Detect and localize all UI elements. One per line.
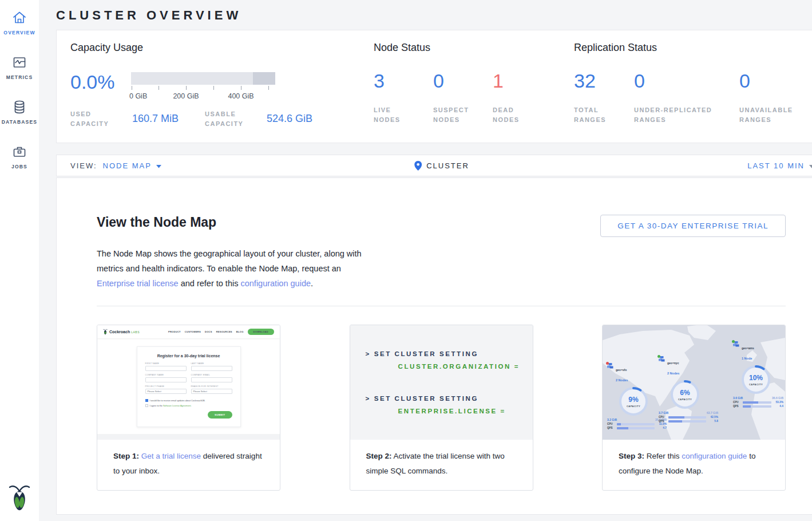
chevron-down-icon: [156, 161, 161, 170]
step3-card: geo=sfo2 Nodes 9%CAPACITY 3.2 GiB35.1 Gi…: [602, 325, 786, 491]
dead-nodes-label: DEAD NODES: [493, 105, 538, 125]
mini-field-label: PROJECT PHASE: [145, 385, 187, 388]
cluster-label: CLUSTER: [426, 161, 469, 170]
status-dot-red: [606, 362, 609, 365]
mini-form-title: Register for a 30-day trial license: [145, 354, 232, 358]
node-map-heading: View the Node Map: [97, 215, 216, 230]
step2-label: Step 2:: [366, 452, 392, 460]
under-replicated-ranges-stat: 0 UNDER-REPLICATED RANGES: [634, 71, 726, 125]
replication-status-section: Replication Status 32 TOTAL RANGES 0 UND…: [574, 42, 812, 131]
used-capacity-value: 160.7 MiB: [132, 113, 179, 125]
mini-download-button: DOWNLOAD: [248, 329, 274, 335]
locality-node-count: 1 Node: [742, 357, 752, 360]
enterprise-trial-button[interactable]: GET A 30-DAY ENTERPRISE TRIAL: [600, 215, 786, 237]
main-content: CLUSTER OVERVIEW Capacity Usage 0.0% 0 G…: [39, 0, 812, 521]
mini-nav-item: DOCS: [205, 330, 212, 333]
under-replicated-ranges-value: 0: [634, 71, 726, 90]
step3-label: Step 3:: [619, 452, 644, 460]
step2-card: > SET CLUSTER SETTING CLUSTER.ORGANIZATI…: [350, 325, 533, 491]
dead-nodes-value: 1: [493, 71, 538, 90]
sidebar: OVERVIEW METRICS DATABASES JOBS: [0, 0, 39, 521]
locality-name: geo=ams: [742, 346, 754, 350]
step3-text: Refer this: [644, 452, 682, 460]
suspect-nodes-label: SUSPECT NODES: [433, 105, 479, 125]
trial-signup-screenshot: Cockroach LABS PRODUCT CUSTOMERS DOCS RE…: [97, 325, 280, 440]
tick-label-400: 400 GiB: [228, 92, 253, 100]
status-dot-green: [732, 340, 735, 343]
page-title: CLUSTER OVERVIEW: [56, 8, 812, 23]
mini-nav-item: PRODUCT: [168, 330, 181, 333]
configuration-guide-link[interactable]: configuration guide: [240, 279, 311, 288]
home-icon: [11, 9, 27, 26]
tick-label-0: 0 GiB: [129, 92, 147, 100]
total-ranges-label: TOTAL RANGES: [574, 105, 620, 125]
cluster-summary-panel: Capacity Usage 0.0% 0 GiB 200 GiB 400 Gi…: [56, 30, 812, 143]
sidebar-item-label: OVERVIEW: [3, 30, 35, 35]
description-text: The Node Map shows the geographical layo…: [97, 249, 362, 273]
sidebar-item-jobs[interactable]: JOBS: [0, 134, 39, 169]
unavailable-ranges-label: UNAVAILABLE RANGES: [739, 105, 799, 125]
live-nodes-stat: 3 LIVE NODES: [374, 71, 419, 125]
locality-node-count: 2 Nodes: [616, 378, 628, 382]
node-map-panel: View the Node Map GET A 30-DAY ENTERPRIS…: [56, 177, 812, 515]
tick-label-200: 200 GiB: [173, 92, 199, 100]
sidebar-item-label: METRICS: [6, 74, 33, 80]
capacity-percent: 0.0%: [70, 72, 131, 100]
locality-name: geo=sfo: [616, 368, 627, 372]
status-dot-green: [657, 355, 660, 358]
node-map-description: The Node Map shows the geographical layo…: [97, 246, 371, 291]
sidebar-item-label: JOBS: [11, 164, 27, 169]
capacity-usage-title: Capacity Usage: [70, 42, 374, 54]
usable-capacity-value: 524.6 GiB: [267, 113, 312, 125]
view-bar: VIEW: NODE MAP CLUSTER LAST 10 MIN: [56, 155, 812, 176]
live-nodes-value: 3: [374, 71, 419, 90]
cluster-breadcrumb: CLUSTER: [414, 161, 469, 171]
locality-name: geo=nyc: [667, 361, 679, 365]
mini-submit-button: SUBMIT: [208, 411, 232, 419]
locality-marker-nyc: geo=nyc2 Nodes 6%CAPACITY 3.7 GiB63.7 Gi…: [659, 356, 719, 423]
step3-caption: Step 3: Refer this configuration guide t…: [603, 440, 785, 490]
description-text: and refer to this: [179, 279, 241, 288]
location-pin-icon: [414, 161, 422, 171]
mini-field-label: COMPANY NAME: [145, 374, 187, 376]
view-selected-value: NODE MAP: [103, 161, 152, 170]
step1-label: Step 1:: [113, 452, 139, 460]
sidebar-item-metrics[interactable]: METRICS: [0, 45, 39, 80]
locality-marker-ams: geo=ams1 Node 10%CAPACITY 3.6 GiB36.6 Gi…: [733, 341, 785, 408]
total-ranges-stat: 32 TOTAL RANGES: [574, 71, 620, 125]
sql-commands-block: > SET CLUSTER SETTING CLUSTER.ORGANIZATI…: [350, 325, 533, 440]
sidebar-item-databases[interactable]: DATABASES: [0, 89, 39, 125]
get-trial-license-link[interactable]: Get a trial license: [141, 452, 201, 460]
capacity-usage-section: Capacity Usage 0.0% 0 GiB 200 GiB 400 Gi…: [70, 42, 374, 131]
enterprise-trial-license-link[interactable]: Enterprise trial license: [97, 279, 179, 288]
unavailable-ranges-value: 0: [739, 71, 799, 90]
mini-nav-item: BLOG: [236, 330, 244, 333]
total-ranges-value: 32: [574, 71, 620, 90]
sidebar-item-overview[interactable]: OVERVIEW: [0, 0, 39, 35]
node-status-title: Node Status: [374, 42, 574, 54]
node-status-section: Node Status 3 LIVE NODES 0 SUSPECT NODES…: [374, 42, 574, 131]
brand-text: Cockroach: [109, 330, 130, 334]
sidebar-item-label: DATABASES: [2, 119, 37, 125]
brand-suffix: LABS: [131, 330, 140, 334]
description-text: .: [311, 279, 313, 288]
capacity-percent: 9%: [628, 396, 638, 404]
mini-field-label: COMPANY EMAIL: [191, 374, 232, 376]
step2-caption: Step 2: Activate the trial license with …: [350, 440, 533, 490]
unavailable-ranges-stat: 0 UNAVAILABLE RANGES: [739, 71, 799, 125]
configuration-guide-link[interactable]: configuration guide: [682, 452, 747, 460]
dead-nodes-stat: 1 DEAD NODES: [493, 71, 538, 125]
locality-node-count: 2 Nodes: [667, 372, 679, 375]
capacity-percent: 6%: [680, 389, 690, 397]
step1-card: Cockroach LABS PRODUCT CUSTOMERS DOCS RE…: [97, 325, 280, 491]
live-nodes-label: LIVE NODES: [374, 105, 419, 125]
mini-checkbox-unchecked: [145, 404, 148, 407]
step1-caption: Step 1: Get a trial license delivered st…: [97, 440, 280, 490]
view-selector-dropdown[interactable]: VIEW: NODE MAP: [57, 161, 161, 170]
time-range-dropdown[interactable]: LAST 10 MIN: [747, 161, 812, 170]
usable-capacity-label: USABLE CAPACITY: [205, 109, 258, 129]
node-map-preview: geo=sfo2 Nodes 9%CAPACITY 3.2 GiB35.1 Gi…: [603, 325, 785, 440]
view-label: VIEW:: [70, 161, 97, 170]
chevron-down-icon: [809, 161, 812, 170]
capacity-label: CAPACITY: [627, 405, 640, 408]
